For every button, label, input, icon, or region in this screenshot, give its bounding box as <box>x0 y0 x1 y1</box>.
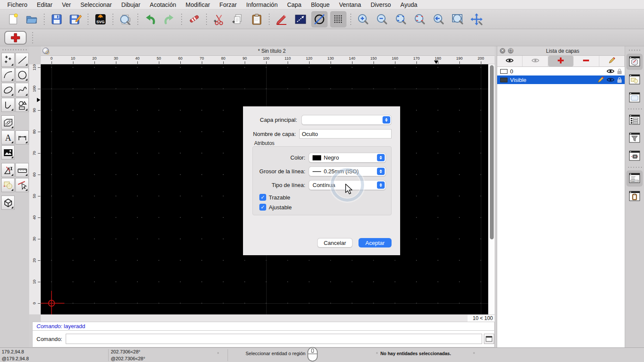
cut-button[interactable] <box>211 11 227 27</box>
save-icon <box>51 13 63 25</box>
show-all-eye-button[interactable] <box>497 56 522 66</box>
adjustable-checkbox[interactable]: ✓ <box>259 204 266 211</box>
vertical-ruler: 1101009080706050403020100 <box>29 64 41 314</box>
detach-icon[interactable]: ❐ <box>508 48 513 54</box>
selection-filter-panel-button[interactable] <box>626 130 643 146</box>
horizontal-scrollbar[interactable]: 10 < 100 <box>41 314 495 322</box>
library-browser-panel-button[interactable] <box>626 90 643 106</box>
construction-checkbox[interactable]: ✓ <box>259 194 266 201</box>
snap-circle-button[interactable] <box>311 11 328 27</box>
point-tool-button[interactable] <box>1 53 15 67</box>
open-file-button[interactable] <box>24 11 40 27</box>
h-ruler-label: 10 <box>71 56 75 60</box>
cancel-button[interactable]: Cancelar <box>317 238 352 247</box>
print-preview-button[interactable] <box>117 11 134 27</box>
spline-tool-button[interactable] <box>15 83 29 97</box>
image-tool-button[interactable] <box>1 145 15 160</box>
menu-modificar[interactable]: Modificar <box>181 0 215 9</box>
redo-button[interactable] <box>161 11 177 27</box>
layer-row-0[interactable]: 0 <box>497 67 625 75</box>
h-ruler-label: 180 <box>434 56 441 60</box>
measure-tool-button[interactable] <box>15 163 29 177</box>
eye-icon[interactable] <box>606 68 615 74</box>
grid-toggle-button[interactable] <box>330 11 346 27</box>
lock-icon[interactable] <box>617 77 622 83</box>
ellipse-tool-button[interactable] <box>1 83 15 97</box>
save-as-button[interactable] <box>67 11 84 27</box>
close-icon[interactable]: ✕ <box>500 48 505 54</box>
undo-button[interactable] <box>142 11 158 27</box>
shapes-tool-button[interactable] <box>1 178 15 192</box>
add-layer-button[interactable] <box>548 56 574 66</box>
svg-export-button[interactable]: SVG <box>92 11 109 27</box>
menu-dibujar[interactable]: Dibujar <box>116 0 145 9</box>
parent-layer-dropdown[interactable] <box>301 115 392 125</box>
zoom-pan-button[interactable] <box>468 11 485 27</box>
new-file-button[interactable] <box>5 11 21 27</box>
remove-layer-button[interactable] <box>574 56 599 66</box>
vertical-scrollbar[interactable] <box>488 64 495 314</box>
edit-layer-button[interactable] <box>599 56 625 66</box>
menu-bloque[interactable]: Bloque <box>306 0 334 9</box>
clipboard-panel-button[interactable] <box>626 188 643 205</box>
menu-diverso[interactable]: Diverso <box>366 0 395 9</box>
menu-forzar[interactable]: Forzar <box>215 0 241 9</box>
command-input[interactable] <box>66 334 482 344</box>
entity-list-panel-button[interactable] <box>626 112 643 128</box>
circle-tool-button[interactable] <box>15 68 29 82</box>
polyline-tool-button[interactable] <box>1 98 15 112</box>
save-button[interactable] <box>49 11 65 27</box>
layer-row-visible[interactable]: Visible <box>497 75 625 84</box>
copy-button[interactable] <box>230 11 246 27</box>
parent-layer-label: Capa principal: <box>252 117 297 123</box>
menu-información[interactable]: Información <box>242 0 283 9</box>
line-tool-button[interactable] <box>15 53 29 67</box>
menu-acotación[interactable]: Acotación <box>145 0 181 9</box>
zoom-out-button[interactable] <box>374 11 390 27</box>
pen-add-button[interactable] <box>4 31 27 45</box>
menu-editar[interactable]: Editar <box>32 0 58 9</box>
command-detach-button[interactable] <box>484 334 494 344</box>
menu-ver[interactable]: Ver <box>57 0 76 9</box>
polygon-tool-button[interactable] <box>15 98 29 112</box>
text-tool-button[interactable]: A <box>1 130 15 145</box>
pencil-icon[interactable] <box>597 76 604 83</box>
paste-button[interactable] <box>249 11 265 27</box>
dimension-tool-button[interactable] <box>15 130 29 145</box>
draft-tool-button[interactable] <box>1 163 15 177</box>
cube-tool-button[interactable] <box>1 196 15 210</box>
select-entity-tool-button[interactable] <box>15 178 29 192</box>
zoom-auto-button[interactable] <box>393 11 409 27</box>
layer-name-label: Nombre de capa: <box>252 131 296 137</box>
menu-ventana[interactable]: Ventana <box>334 0 366 9</box>
delete-eraser-button[interactable] <box>186 11 202 27</box>
menu-ayuda[interactable]: Ayuda <box>396 0 422 9</box>
block-list-panel-button[interactable] <box>626 72 643 88</box>
menu-fichero[interactable]: Fichero <box>3 0 32 9</box>
zoom-redraw-icon <box>432 13 445 26</box>
v-ruler-label: 20 <box>32 256 36 265</box>
eye-icon[interactable] <box>606 77 615 83</box>
color-dropdown[interactable]: Negro <box>309 153 386 163</box>
menu-seleccionar[interactable]: Seleccionar <box>76 0 116 9</box>
lock-icon[interactable] <box>617 68 622 75</box>
zoom-previous-button[interactable] <box>412 11 428 27</box>
zoom-in-button[interactable] <box>355 11 371 27</box>
layer-list-panel-button[interactable] <box>626 54 643 70</box>
line-ortho-button[interactable] <box>292 11 309 27</box>
arc-tool-button[interactable] <box>1 68 15 82</box>
vertical-scrollbar-thumb[interactable] <box>490 65 494 239</box>
zoom-redraw-button[interactable] <box>431 11 447 27</box>
hide-all-eye-button[interactable] <box>522 56 548 66</box>
layer-name-input[interactable] <box>299 129 392 139</box>
menu-capa[interactable]: Capa <box>283 0 306 9</box>
notes-panel-button[interactable] <box>626 148 643 164</box>
command-panel-button[interactable]: cmd <box>626 170 643 187</box>
draw-pen-button[interactable] <box>273 11 290 27</box>
zoom-window-button[interactable] <box>450 11 466 27</box>
toolbar-separator <box>111 12 115 27</box>
arc-icon <box>3 70 13 80</box>
accept-button[interactable]: Aceptar <box>358 238 392 247</box>
hatch-tool-button[interactable] <box>1 115 15 130</box>
spline-icon <box>17 85 27 95</box>
